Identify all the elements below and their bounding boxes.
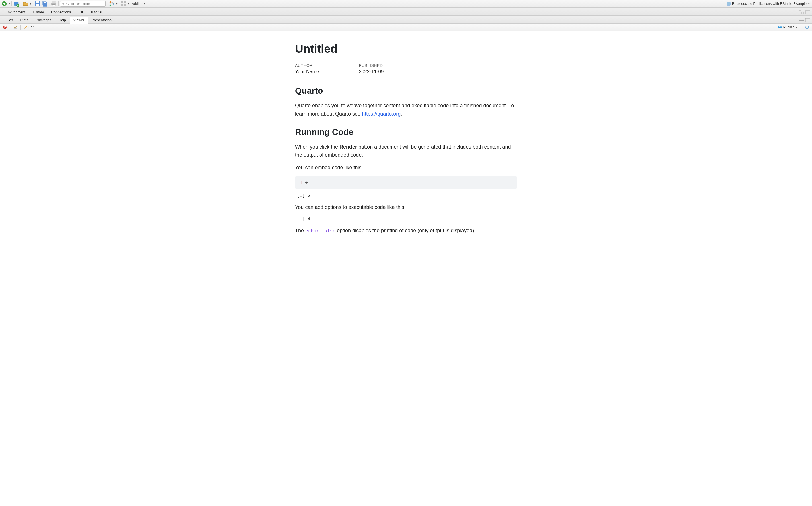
- svg-rect-17: [121, 4, 123, 6]
- print-icon[interactable]: [51, 1, 57, 7]
- svg-point-12: [109, 1, 111, 3]
- svg-text:R: R: [728, 3, 730, 5]
- goto-input[interactable]: [66, 2, 104, 5]
- project-name[interactable]: Reproducible-Publications-with-RStudio-E…: [732, 2, 807, 6]
- tab-plots[interactable]: Plots: [16, 16, 32, 24]
- addins-menu[interactable]: Addins ▾: [132, 2, 146, 6]
- project-icon: R: [726, 1, 731, 6]
- workspace-panes-icon[interactable]: [121, 1, 127, 7]
- goto-file-function-box[interactable]: [60, 1, 105, 7]
- tab-connections[interactable]: Connections: [48, 9, 75, 16]
- quarto-link[interactable]: https://quarto.org: [362, 111, 400, 117]
- paragraph-embed: You can embed code like this:: [295, 164, 517, 172]
- tab-help[interactable]: Help: [55, 16, 70, 24]
- svg-rect-24: [799, 20, 804, 21]
- viewer-pane[interactable]: Untitled AUTHOR Your Name PUBLISHED 2022…: [0, 31, 812, 506]
- minimize-lower-pane-icon[interactable]: [799, 18, 804, 22]
- tab-viewer[interactable]: Viewer: [70, 16, 88, 24]
- published-label: PUBLISHED: [359, 63, 383, 68]
- svg-rect-8: [43, 2, 46, 3]
- tab-presentation[interactable]: Presentation: [88, 16, 115, 24]
- svg-point-13: [109, 5, 111, 6]
- new-project-icon[interactable]: [13, 1, 19, 7]
- publish-icon: [778, 25, 782, 29]
- maximize-lower-pane-icon[interactable]: [805, 18, 810, 22]
- open-file-icon[interactable]: [22, 1, 29, 7]
- edit-button[interactable]: Edit: [23, 25, 35, 30]
- tab-git[interactable]: Git: [75, 9, 87, 16]
- svg-rect-30: [779, 27, 781, 28]
- new-file-dropdown[interactable]: ▾: [9, 2, 10, 5]
- heading-running-code: Running Code: [295, 127, 517, 138]
- lower-pane-tabs: Files Plots Packages Help Viewer Present…: [0, 16, 812, 24]
- goto-arrow-icon: [62, 2, 65, 5]
- svg-rect-15: [121, 1, 123, 3]
- svg-rect-9: [52, 1, 56, 3]
- paragraph-echo: The echo: false option disables the prin…: [295, 227, 517, 235]
- svg-rect-18: [124, 4, 126, 6]
- vcs-dropdown[interactable]: ▾: [116, 2, 117, 5]
- svg-rect-25: [805, 18, 810, 22]
- tab-history[interactable]: History: [29, 9, 48, 16]
- author-label: AUTHOR: [295, 63, 319, 68]
- paragraph-render: When you click the Render button a docum…: [295, 143, 517, 159]
- maximize-pane-icon[interactable]: [805, 10, 810, 14]
- svg-rect-27: [14, 28, 17, 29]
- minimize-pane-icon[interactable]: [799, 10, 804, 14]
- tab-packages[interactable]: Packages: [32, 16, 55, 24]
- svg-rect-4: [36, 1, 39, 3]
- author-value: Your Name: [295, 69, 319, 75]
- clear-viewer-icon[interactable]: [12, 25, 18, 30]
- project-dropdown[interactable]: ▾: [808, 2, 810, 5]
- open-file-dropdown[interactable]: ▾: [30, 2, 31, 5]
- viewer-toolbar: Edit Publish ▾: [0, 24, 812, 31]
- doc-title: Untitled: [295, 43, 517, 55]
- tab-environment[interactable]: Environment: [2, 9, 29, 16]
- published-value: 2022-11-09: [359, 69, 383, 75]
- tab-files[interactable]: Files: [2, 16, 16, 24]
- panes-dropdown[interactable]: ▾: [128, 2, 129, 5]
- pencil-icon: [24, 26, 27, 29]
- inline-code-echo: echo: false: [305, 228, 336, 233]
- new-file-icon[interactable]: [1, 1, 7, 7]
- version-control-icon[interactable]: [109, 1, 115, 7]
- rendered-document: Untitled AUTHOR Your Name PUBLISHED 2022…: [278, 31, 534, 262]
- svg-rect-21: [799, 10, 801, 14]
- output-block-1: [1] 2: [297, 193, 517, 198]
- paragraph-options: You can add options to executable code l…: [295, 203, 517, 212]
- heading-quarto: Quarto: [295, 86, 517, 97]
- upper-pane-tabs: Environment History Connections Git Tuto…: [0, 8, 812, 16]
- svg-rect-23: [805, 10, 810, 14]
- code-block-1: 1 + 1: [295, 176, 517, 189]
- refresh-viewer-icon[interactable]: [804, 25, 810, 30]
- svg-rect-5: [36, 4, 39, 6]
- svg-rect-22: [802, 12, 804, 14]
- tab-tutorial[interactable]: Tutorial: [87, 9, 106, 16]
- save-icon[interactable]: [34, 1, 41, 7]
- remove-viewer-item-icon[interactable]: [2, 25, 8, 30]
- svg-rect-11: [52, 5, 56, 6]
- publish-button[interactable]: Publish ▾: [777, 25, 799, 30]
- top-toolbar: ▾ ▾ ▾ ▾ Addins ▾ R Reproducible-Publicat…: [0, 0, 812, 8]
- output-block-2: [1] 4: [297, 216, 517, 222]
- svg-rect-16: [124, 1, 126, 3]
- save-all-icon[interactable]: [41, 1, 48, 7]
- paragraph-quarto-intro: Quarto enables you to weave together con…: [295, 102, 517, 118]
